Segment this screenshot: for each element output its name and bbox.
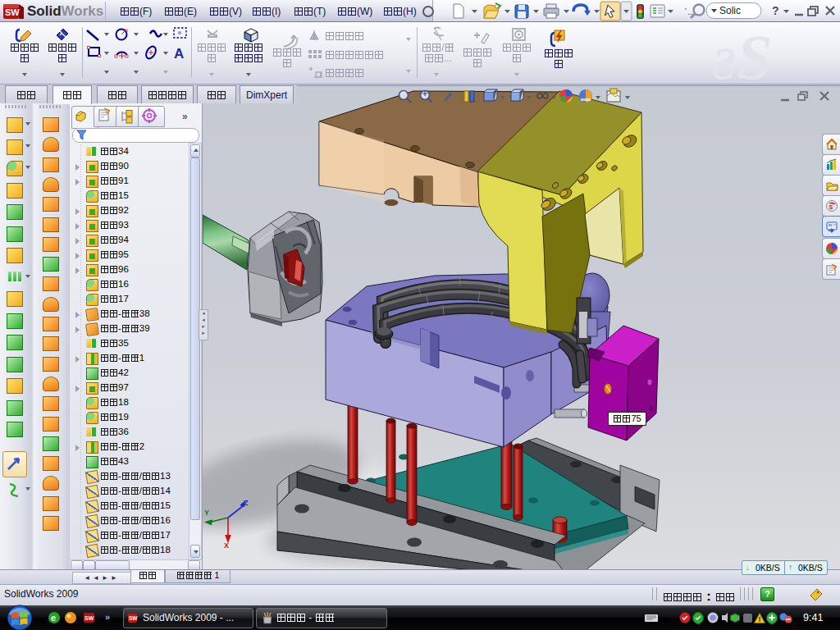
svg-text:e: e xyxy=(51,613,56,623)
svg-text:Z: Z xyxy=(244,499,249,507)
svg-text:Y: Y xyxy=(204,509,209,517)
svg-text:SW: SW xyxy=(84,615,94,621)
svg-text:SW: SW xyxy=(5,7,20,17)
svg-text:X: X xyxy=(224,541,229,550)
svg-text:!: ! xyxy=(759,615,761,623)
svg-text:A: A xyxy=(174,46,184,62)
svg-text:?: ? xyxy=(772,4,779,17)
svg-text:»: » xyxy=(105,612,110,622)
svg-text:S: S xyxy=(829,204,833,210)
svg-text:゛..: ゛.. xyxy=(678,7,692,16)
svg-text:SW: SW xyxy=(129,615,138,621)
svg-text:Solic: Solic xyxy=(719,5,741,16)
